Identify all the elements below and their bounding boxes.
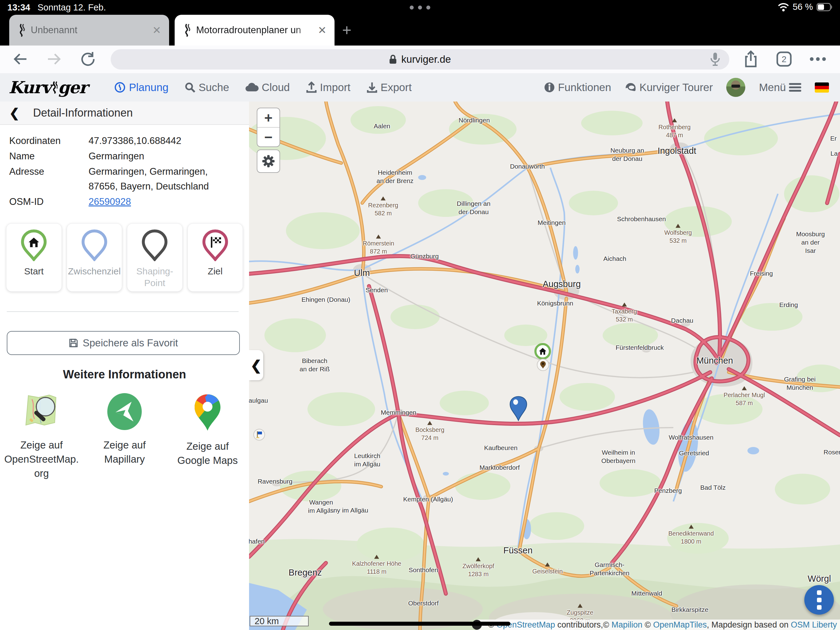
url-text: kurviger.de	[401, 54, 451, 65]
peak-triangle-icon	[374, 555, 379, 559]
place-label: Bad Tölz	[700, 483, 726, 492]
ziel-pin-icon	[202, 229, 229, 261]
kurviger-logo[interactable]: Kurv ger	[9, 78, 87, 97]
name-label: Name	[9, 151, 35, 162]
osm-id-label: OSM-ID	[9, 196, 44, 207]
new-tab-button[interactable]: +	[335, 15, 359, 46]
peak-label: Benediktenwand 1800 m	[668, 524, 714, 545]
place-label: Aalen	[374, 122, 390, 130]
place-label: Mittenwald	[631, 589, 662, 597]
place-label: Kaufbeuren	[484, 443, 518, 452]
ziel-marker-button[interactable]: Ziel	[188, 223, 243, 291]
selected-location-marker[interactable]	[510, 396, 527, 423]
share-icon[interactable]	[742, 50, 760, 68]
nav-cloud[interactable]: Cloud	[245, 81, 290, 93]
place-label: Füssen	[503, 545, 532, 556]
nav-kurviger-tourer[interactable]: Kurviger Tourer	[625, 81, 713, 93]
peak-triangle-icon	[672, 118, 677, 122]
address-bar[interactable]: kurviger.de	[111, 49, 729, 70]
peak-label: Geiselstein	[532, 562, 563, 575]
nav-menu[interactable]: Menü	[759, 81, 801, 93]
place-label: Memmingen	[381, 408, 416, 416]
poi-marker[interactable]	[537, 359, 549, 371]
coord-label: Koordinaten	[9, 135, 61, 146]
place-label: La	[831, 149, 838, 157]
mapilion-link[interactable]: Mapilion	[611, 620, 643, 630]
detail-panel-header: ❮ Detail-Informationen	[0, 101, 249, 125]
nav-suche[interactable]: Suche	[185, 81, 229, 93]
nav-export[interactable]: Export	[366, 81, 412, 93]
open-google-maps-link[interactable]: Zeige auf Google Maps	[166, 393, 249, 481]
save-favorite-button[interactable]: Speichere als Favorit	[7, 331, 240, 355]
osm-liberty-link[interactable]: OSM Liberty	[791, 620, 837, 630]
nav-planung[interactable]: Planung	[114, 81, 168, 93]
peak-label: Zwölferkopf 1283 m	[463, 557, 494, 578]
user-avatar[interactable]	[726, 78, 745, 97]
back-button[interactable]	[11, 50, 30, 68]
zoom-out-button[interactable]: −	[257, 128, 279, 146]
peak-triangle-icon	[427, 421, 432, 425]
voice-search-icon[interactable]	[706, 50, 725, 68]
status-bar: 13:34 Sonntag 12. Feb. 56 %	[0, 0, 840, 14]
map-attribution: © OpenStreetMap contributors,© Mapilion …	[477, 619, 840, 630]
zwischenziel-marker-button[interactable]: Zwischenziel	[67, 223, 122, 291]
back-chevron-icon[interactable]: ❮	[9, 106, 20, 120]
start-home-marker[interactable]	[534, 343, 551, 359]
peak-label: Wolfsberg 532 m	[665, 224, 692, 245]
nav-import[interactable]: Import	[306, 81, 351, 93]
reload-button[interactable]	[79, 50, 97, 68]
browser-toolbar: kurviger.de 2	[0, 46, 840, 74]
map-more-actions-button[interactable]	[804, 585, 834, 615]
coord-value: 47.973386,10.688442	[88, 135, 182, 146]
place-label: Aichach	[603, 255, 626, 263]
tab-title: Motorradroutenplaner un	[196, 25, 313, 36]
peak-label: Taxaberg 532 m	[611, 303, 637, 323]
open-mapillary-link[interactable]: Zeige auf Mapillary	[83, 393, 166, 481]
place-label: Rosen	[824, 448, 840, 456]
map-canvas[interactable]: AalenNördlingenRothenberg 487 mIngolstad…	[249, 101, 840, 630]
map-settings-button[interactable]	[257, 149, 280, 173]
kurviger-favicon	[183, 24, 191, 37]
place-label: Dachau	[671, 316, 693, 324]
peak-triangle-icon	[545, 562, 550, 566]
language-flag-german[interactable]	[815, 82, 829, 93]
export-icon	[366, 82, 377, 93]
close-tab-icon[interactable]: ✕	[318, 24, 327, 36]
forward-button[interactable]	[45, 50, 63, 68]
place-label: Ravensburg	[257, 477, 292, 485]
openstreetmap-icon	[23, 393, 60, 430]
poi-pin-icon	[540, 361, 546, 369]
clock: 13:34	[7, 2, 30, 13]
hamburger-icon	[789, 83, 801, 92]
external-links: Zeige auf OpenStreetMap.org Zeige auf Ma…	[0, 393, 249, 481]
shaping-point-marker-button[interactable]: Shaping-Point	[127, 223, 183, 291]
zoom-in-button[interactable]: +	[257, 108, 279, 128]
place-label: Dillingen an der Donau	[456, 199, 490, 216]
gear-icon	[262, 154, 275, 168]
nav-funktionen[interactable]: Funktionen	[544, 81, 611, 93]
tabs-overview-button[interactable]: 2	[775, 50, 793, 68]
place-label: Königsbrunn	[537, 299, 573, 307]
tab-motorradroutenplaner[interactable]: Motorradroutenplaner un ✕	[175, 15, 335, 46]
peak-label: Rothenberg 487 m	[658, 118, 691, 139]
svg-text:2: 2	[782, 54, 786, 64]
place-label: Grafing bei München	[784, 375, 816, 392]
openmaptiles-link[interactable]: OpenMapTiles	[653, 620, 707, 630]
place-label: Wolfratshausen	[669, 433, 714, 441]
wifi-icon	[778, 2, 789, 12]
home-indicator[interactable]	[329, 622, 510, 626]
open-osm-link[interactable]: Zeige auf OpenStreetMap.org	[0, 393, 83, 481]
import-icon	[306, 82, 317, 93]
address-value-line1: Germaringen, Germaringen,	[88, 166, 208, 177]
peak-label: Rezenberg 582 m	[368, 196, 398, 217]
tab-unbenannt[interactable]: Unbenannt ✕	[9, 15, 169, 46]
start-marker-button[interactable]: Start	[6, 223, 62, 291]
name-value: Germaringen	[88, 151, 144, 162]
info-icon	[544, 82, 555, 93]
place-label: Ingolstadt	[658, 146, 696, 156]
osm-id-link[interactable]: 26590928	[88, 196, 131, 207]
close-tab-icon[interactable]: ✕	[153, 24, 161, 36]
via-pin-icon	[81, 229, 107, 261]
sidebar-collapse-button[interactable]: ❮	[249, 350, 263, 380]
more-menu-icon[interactable]	[808, 50, 827, 68]
